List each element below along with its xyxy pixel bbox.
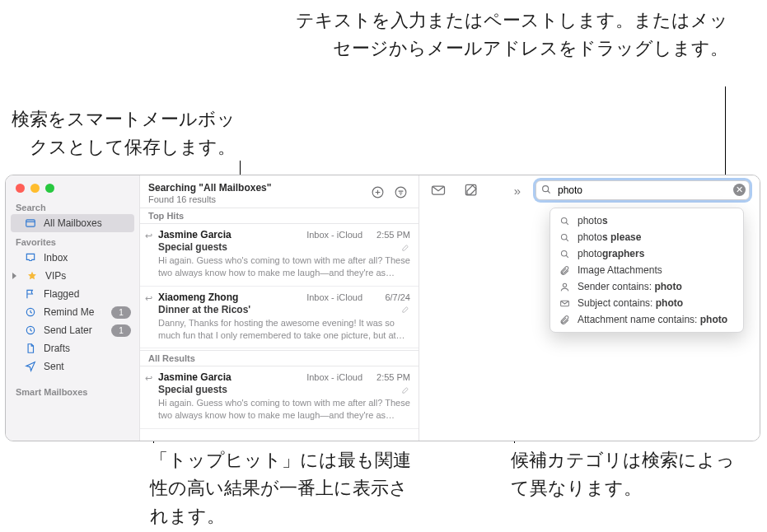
sidebar-item-label: Send Later xyxy=(44,324,105,336)
suggestion-label: Image Attachments xyxy=(578,264,662,276)
callout-save-smart: 検索をスマートメールボックスとして保存します。 xyxy=(5,105,236,161)
minimize-window-button[interactable] xyxy=(30,184,40,193)
mailbox-icon[interactable] xyxy=(429,181,447,199)
sidebar-item-inbox[interactable]: Inbox xyxy=(6,249,139,267)
callout-suggestion-categories: 候補カテゴリは検索によって異なります。 xyxy=(511,446,750,502)
clock-send-icon xyxy=(24,324,37,337)
svg-point-10 xyxy=(561,250,567,256)
person-icon xyxy=(559,282,571,292)
message-preview: Hi again. Guess who's coming to town wit… xyxy=(158,254,410,279)
draft-icon xyxy=(401,305,410,314)
message-date: 2:55 PM xyxy=(367,372,410,382)
list-header: Searching "All Mailboxes" Found 16 resul… xyxy=(140,175,419,208)
star-icon xyxy=(26,269,39,282)
message-mailbox: Inbox - iCloud xyxy=(306,372,362,382)
search-input[interactable] xyxy=(556,184,731,197)
message-mailbox: Inbox - iCloud xyxy=(306,292,362,302)
compose-icon[interactable] xyxy=(462,181,480,199)
sidebar-item-label: Flagged xyxy=(44,288,131,300)
message-date: 6/7/24 xyxy=(367,292,410,302)
clear-search-button[interactable]: ✕ xyxy=(733,184,746,196)
reply-indicator-icon: ↩ xyxy=(145,231,152,241)
sidebar-item-send-later[interactable]: Send Later1 xyxy=(6,321,139,339)
sidebar-item-label: Sent xyxy=(44,361,131,372)
suggestion-label: Attachment name contains: photo xyxy=(578,314,727,325)
suggestion-label: Subject contains: photo xyxy=(578,297,683,309)
message-date: 2:55 PM xyxy=(367,230,410,240)
filter-button[interactable] xyxy=(391,182,410,202)
suggestion-label: photos please xyxy=(578,231,641,243)
sidebar-item-flagged[interactable]: Flagged xyxy=(6,285,139,303)
search-icon xyxy=(559,249,571,259)
message-mailbox: Inbox - iCloud xyxy=(306,230,362,240)
draft-icon xyxy=(401,385,410,394)
reply-indicator-icon: ↩ xyxy=(145,373,152,384)
message-subject: Special guests xyxy=(158,241,396,253)
suggestion-label: photographers xyxy=(578,248,644,259)
suggestion-text[interactable]: photos xyxy=(550,212,743,229)
message-row[interactable]: ↩Jasmine GarciaInbox - iCloud2:55 PMSpec… xyxy=(140,366,419,429)
svg-rect-0 xyxy=(26,220,35,226)
message-from: Xiaomeng Zhong xyxy=(158,292,238,303)
clip-icon xyxy=(559,265,571,276)
suggestion-category[interactable]: Image Attachments xyxy=(550,262,743,278)
reply-indicator-icon: ↩ xyxy=(145,293,152,304)
window-controls xyxy=(6,175,139,198)
section-all-results: All Results xyxy=(140,350,419,366)
content-toolbar: » ✕ xyxy=(419,175,760,205)
doc-icon xyxy=(24,342,37,355)
search-suggestions-popover: photosphotos pleasephotographersImage At… xyxy=(550,208,744,333)
message-row[interactable]: ↩Xiaomeng ZhongInbox - iCloud6/7/24Dinne… xyxy=(140,287,419,349)
suggestion-label: photos xyxy=(578,215,608,226)
message-row[interactable]: ↩Jasmine GarciaInbox - iCloud2:55 PMSpec… xyxy=(140,224,419,287)
sidebar-badge: 1 xyxy=(111,324,131,337)
svg-point-7 xyxy=(543,186,549,192)
svg-point-9 xyxy=(561,234,567,240)
clock-icon xyxy=(24,306,37,319)
message-from: Jasmine Garcia xyxy=(158,371,232,383)
sidebar: Search All Mailboxes Favorites InboxVIPs… xyxy=(6,175,140,441)
search-icon xyxy=(540,184,552,195)
svg-point-8 xyxy=(561,217,567,223)
suggestion-category[interactable]: Sender contains: photo xyxy=(550,278,743,295)
svg-point-4 xyxy=(395,187,406,198)
svg-point-11 xyxy=(563,283,566,287)
toolbar-overflow-button[interactable]: » xyxy=(514,184,521,198)
message-subject: Special guests xyxy=(158,384,396,395)
suggestion-text[interactable]: photos please xyxy=(550,229,743,245)
sidebar-item-label: Remind Me xyxy=(44,306,105,318)
sidebar-item-vips[interactable]: VIPs xyxy=(6,267,139,285)
sidebar-item-sent[interactable]: Sent xyxy=(6,357,139,376)
message-list-pane: Searching "All Mailboxes" Found 16 resul… xyxy=(140,175,419,441)
save-smart-mailbox-button[interactable] xyxy=(367,182,387,202)
zoom-window-button[interactable] xyxy=(45,184,54,193)
sidebar-heading-favorites: Favorites xyxy=(6,232,139,249)
suggestion-category[interactable]: Subject contains: photo xyxy=(550,295,743,311)
sidebar-item-label: VIPs xyxy=(45,270,131,282)
sidebar-item-label: All Mailboxes xyxy=(44,217,126,229)
list-subtitle: Found 16 results xyxy=(148,194,364,204)
close-window-button[interactable] xyxy=(16,184,25,193)
leader-line xyxy=(725,86,726,179)
draft-icon xyxy=(401,243,410,252)
sidebar-item-all-mailboxes[interactable]: All Mailboxes xyxy=(11,214,134,232)
sidebar-heading-smart: Smart Mailboxes xyxy=(6,382,139,399)
message-preview: Danny, Thanks for hosting the awesome ev… xyxy=(158,317,410,342)
suggestion-label: Sender contains: photo xyxy=(578,281,682,292)
inbox-icon xyxy=(24,251,37,264)
search-field[interactable]: ✕ xyxy=(535,180,750,200)
sidebar-item-label: Drafts xyxy=(44,343,131,354)
search-icon xyxy=(559,216,571,226)
search-icon xyxy=(559,232,571,243)
suggestion-text[interactable]: photographers xyxy=(550,245,743,262)
suggestion-category[interactable]: Attachment name contains: photo xyxy=(550,311,743,328)
clip-icon xyxy=(559,315,571,325)
sidebar-item-label: Inbox xyxy=(44,252,131,264)
sidebar-item-drafts[interactable]: Drafts xyxy=(6,339,139,357)
callout-top-hits: 「トップヒット」には最も関連性の高い結果が一番上に表示されます。 xyxy=(150,446,414,530)
envelope-icon xyxy=(559,298,571,309)
message-preview: Hi again. Guess who's coming to town wit… xyxy=(158,397,410,422)
paperplane-icon xyxy=(24,360,37,373)
sidebar-item-remind-me[interactable]: Remind Me1 xyxy=(6,303,139,321)
list-title: Searching "All Mailboxes" xyxy=(148,182,364,194)
